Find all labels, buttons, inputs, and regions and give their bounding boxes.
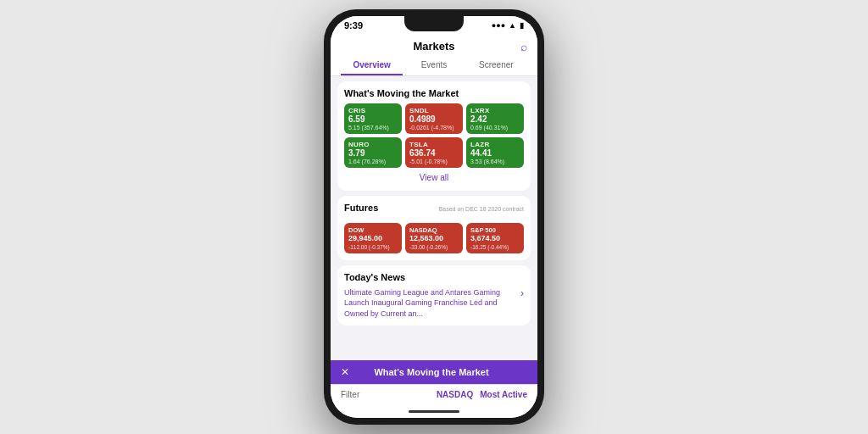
futures-price: 29,945.00 [348,234,398,244]
bottom-sheet-title: What's Moving the Market [374,367,488,377]
tab-overview[interactable]: Overview [341,56,403,75]
page-title: Markets [413,40,454,53]
futures-grid: DOW 29,945.00 -112.00 (-0.37%) NASDAQ 12… [344,223,524,253]
stock-card-lazr[interactable]: LAZR 44.41 3.53 (8.64%) [466,137,524,168]
notch [404,16,464,31]
stock-grid: CRIS 6.59 5.15 (357.64%) SNDL 0.4989 -0.… [344,103,524,168]
stock-ticker: NURO [348,141,398,148]
tab-screener[interactable]: Screener [465,56,527,75]
filter-options: NASDAQ Most Active [437,390,527,399]
stock-change: 1.64 (76.28%) [348,159,398,164]
stock-change: -5.01 (-0.78%) [409,159,459,164]
stock-price: 3.79 [348,148,398,159]
news-item[interactable]: Ultimate Gaming League and Antares Gamin… [344,287,524,320]
home-indicator [331,404,537,418]
view-all-button[interactable]: View all [344,168,524,184]
close-icon[interactable]: ✕ [341,366,349,378]
futures-sp500[interactable]: S&P 500 3,674.50 -16.25 (-0.44%) [466,223,524,253]
news-headline: Ultimate Gaming League and Antares Gamin… [344,287,517,320]
stock-card-sndl[interactable]: SNDL 0.4989 -0.0261 (-4.78%) [405,103,463,134]
stock-change: 5.15 (357.64%) [348,125,398,131]
header: Markets ⌕ Overview Events Screener [331,35,537,76]
futures-dow[interactable]: DOW 29,945.00 -112.00 (-0.37%) [344,223,402,253]
stock-price: 636.74 [409,148,459,159]
filter-label: Filter [341,390,359,399]
main-content: What's Moving the Market CRIS 6.59 5.15 … [331,76,537,360]
stock-price: 44.41 [470,148,520,159]
filter-most-active[interactable]: Most Active [480,390,527,399]
futures-price: 3,674.50 [470,234,520,244]
stock-price: 0.4989 [409,114,459,125]
futures-change: -33.00 (-0.26%) [409,244,459,250]
futures-name: NASDAQ [409,226,459,234]
chevron-right-icon: › [520,287,524,299]
stock-ticker: TSLA [409,141,459,148]
battery-icon: ▮ [520,21,524,30]
futures-title: Futures [344,203,378,213]
tab-events[interactable]: Events [403,56,465,75]
whats-moving-section: What's Moving the Market CRIS 6.59 5.15 … [337,81,531,191]
futures-note: Based on DEC 18 2020 contract [439,206,524,212]
phone-screen: 9:39 ●●● ▲ ▮ Markets ⌕ Overview Events S… [331,16,537,418]
stock-ticker: LAZR [470,141,520,148]
wifi-icon: ▲ [509,21,516,30]
stock-card-nuro[interactable]: NURO 3.79 1.64 (76.28%) [344,137,402,168]
stock-ticker: SNDL [409,107,459,114]
stock-price: 2.42 [470,114,520,125]
stock-change: -0.0261 (-4.78%) [409,125,459,131]
futures-name: S&P 500 [470,226,520,234]
filter-nasdaq[interactable]: NASDAQ [437,390,473,399]
futures-nasdaq[interactable]: NASDAQ 12,563.00 -33.00 (-0.26%) [405,223,463,253]
phone-frame: 9:39 ●●● ▲ ▮ Markets ⌕ Overview Events S… [324,9,544,425]
search-icon[interactable]: ⌕ [520,40,527,53]
futures-change: -16.25 (-0.44%) [470,244,520,250]
futures-price: 12,563.00 [409,234,459,244]
whats-moving-title: What's Moving the Market [344,88,524,98]
futures-section: Futures Based on DEC 18 2020 contract DO… [337,196,531,260]
stock-price: 6.59 [348,114,398,125]
home-bar [409,410,459,413]
signal-icon: ●●● [492,21,505,30]
stock-card-lxrx[interactable]: LXRX 2.42 0.69 (40.31%) [466,103,524,134]
tabs-bar: Overview Events Screener [341,56,527,75]
filter-bar: Filter NASDAQ Most Active [331,384,537,404]
stock-card-cris[interactable]: CRIS 6.59 5.15 (357.64%) [344,103,402,134]
stock-card-tsla[interactable]: TSLA 636.74 -5.01 (-0.78%) [405,137,463,168]
status-time: 9:39 [344,20,363,31]
stock-ticker: CRIS [348,107,398,114]
stock-change: 0.69 (40.31%) [470,125,520,131]
stock-change: 3.53 (8.64%) [470,159,520,164]
status-icons: ●●● ▲ ▮ [492,21,524,30]
futures-header: Futures Based on DEC 18 2020 contract [344,203,524,218]
futures-name: DOW [348,226,398,234]
futures-change: -112.00 (-0.37%) [348,244,398,250]
bottom-sheet: ✕ What's Moving the Market [331,360,537,384]
news-title: Today's News [344,272,524,282]
news-section: Today's News Ultimate Gaming League and … [337,265,531,326]
header-title-row: Markets ⌕ [341,40,527,56]
stock-ticker: LXRX [470,107,520,114]
